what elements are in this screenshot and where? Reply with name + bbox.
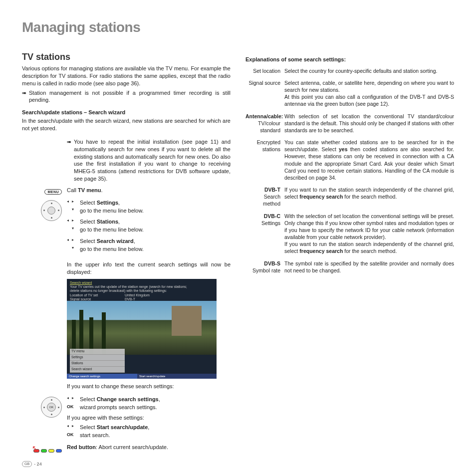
section-heading: TV stations [22, 51, 231, 63]
instruction-text: Select Settings, [80, 199, 120, 207]
definition-label: Signal source [245, 79, 284, 108]
page-footer: GB - 24 [22, 461, 42, 467]
pointer-icon: ➠ [22, 89, 29, 104]
intro-text: Various options for managing stations ar… [22, 65, 231, 87]
tv-bottom-option: Change search settings [67, 374, 137, 379]
tv-wizard-title: Search wizard [70, 281, 214, 285]
definition-label: DVB-TSearch method [245, 186, 284, 208]
tv-menu-item: Settings [70, 355, 125, 361]
dpad-ok-icon [41, 397, 62, 418]
menu-name: Start search/update [97, 424, 148, 430]
tv-menu-item: Stations [70, 361, 125, 367]
arrow-down-icon: ▾ [67, 207, 80, 213]
red-button-label: Red button [67, 444, 96, 450]
instruction-text: go to the menu line below. [80, 245, 144, 253]
menu-button-icon: MENU [44, 189, 62, 195]
tv-menu-item: Search wizard [70, 367, 125, 373]
instruction-text: Select [80, 424, 97, 430]
menu-name: TV menu [78, 187, 101, 193]
note-text: You have to repeat the initial installat… [74, 138, 231, 183]
tv-text: delete stations no longer broadcast) wit… [70, 289, 214, 293]
tv-value: United Kingdom [125, 293, 150, 297]
left-column: TV stations Various options for managing… [22, 51, 231, 455]
instruction-text: Select Stations, [80, 218, 120, 226]
definition-label: DVB-CSettings [245, 213, 284, 255]
body-text: If you agree with these settings: [67, 414, 231, 422]
definition-label: Antenna/cable:TV/colourstandard [245, 113, 284, 134]
instruction-text: Select Search wizard, [80, 238, 135, 245]
definition-text: With the selection of set location the c… [284, 213, 454, 255]
dpad-icon [41, 200, 62, 221]
body-text: In the search/update with the search wiz… [22, 117, 231, 132]
body-text: If you want to change these search setti… [67, 383, 231, 390]
instruction-text: go to the menu line below. [80, 207, 144, 215]
subheading: Explanations of some search settings: [245, 56, 454, 63]
subheading: Search/update stations – Search wizard [22, 109, 231, 116]
definition-text: With selection of set location the conve… [284, 113, 454, 134]
definition-text: The symbol rate is specified by the sate… [284, 260, 454, 274]
pointer-icon: ➠ [67, 138, 74, 183]
instruction-text: wizard prompts search settings. [80, 404, 157, 411]
ok-label: OK [67, 432, 80, 438]
instruction-text: Select [80, 396, 97, 402]
tv-menu-overlay: TV menu Settings Stations Search wizard [70, 349, 125, 372]
note-text: Station management is not possible if a … [29, 89, 231, 104]
region-badge: GB [22, 461, 32, 467]
menu-name: Change search settings [97, 396, 159, 402]
arrow-lr-icon: ◂ ▸ [67, 238, 80, 243]
tv-menu-item: TV menu [70, 349, 125, 355]
page-number: - 24 [34, 461, 42, 467]
definition-label: Set location [245, 67, 284, 74]
body-text: In the upper info text the current searc… [67, 261, 231, 276]
instruction-text: : Abort current search/update. [96, 444, 168, 450]
ok-label: OK [67, 404, 80, 410]
tv-label: Location of TV set [70, 293, 125, 297]
tv-text: Your TV carries out the update of the st… [70, 285, 214, 289]
arrow-lr-icon: ◂ ▸ [67, 424, 80, 429]
arrow-lr-icon: ◂ ▸ [67, 218, 80, 224]
instruction-text: start search. [80, 432, 110, 439]
arrow-down-icon: ▾ [67, 245, 80, 251]
arrow-down-icon: ▾ [67, 226, 80, 232]
instruction-text: Call [67, 187, 78, 193]
arrow-lr-icon: ◂ ▸ [67, 396, 80, 401]
definition-text: Select the country for country-specific … [284, 67, 454, 74]
definition-text: Select antenna, cable, or satellite here… [284, 79, 454, 108]
definition-text: If you want to run the station search in… [284, 186, 454, 208]
tv-bottom-option: Start search/update [137, 374, 217, 379]
instruction-text: go to the menu line below. [80, 226, 144, 234]
right-column: Explanations of some search settings: Se… [245, 51, 454, 455]
arrow-lr-icon: ◂ ▸ [67, 199, 80, 205]
page-title: Managing stations [22, 18, 454, 37]
definition-text: You can state whether coded stations are… [284, 139, 454, 181]
tv-screenshot: Search wizard Your TV carries out the up… [67, 279, 217, 379]
definition-label: DVB-SSymbol rate [245, 260, 284, 274]
cursor-icon [24, 445, 32, 453]
definition-label: Encryptedstations [245, 139, 284, 181]
